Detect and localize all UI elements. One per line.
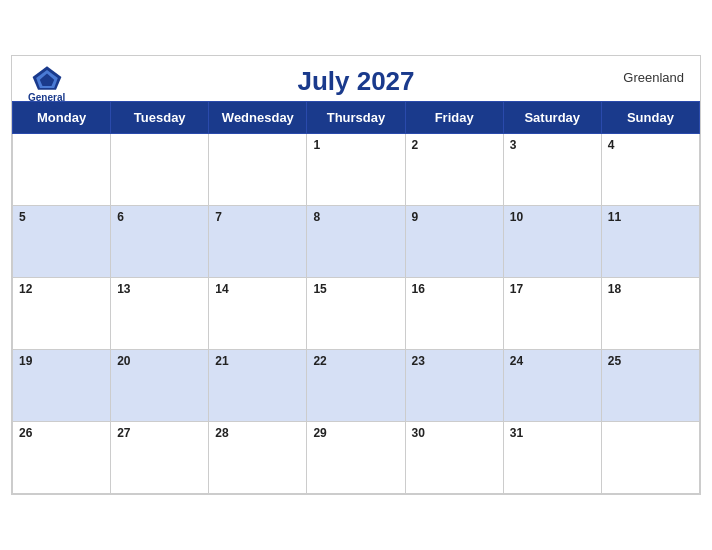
- week-row-3: 12 13 14 15 16 17 18: [13, 278, 700, 350]
- week-row-5: 26 27 28 29 30 31: [13, 422, 700, 494]
- week-row-4: 19 20 21 22 23 24 25: [13, 350, 700, 422]
- day-cell-25: 25: [601, 350, 699, 422]
- weekday-header-row: Monday Tuesday Wednesday Thursday Friday…: [13, 102, 700, 134]
- day-cell-7: 7: [209, 206, 307, 278]
- day-cell-27: 27: [111, 422, 209, 494]
- day-cell-17: 17: [503, 278, 601, 350]
- header-saturday: Saturday: [503, 102, 601, 134]
- day-cell-20: 20: [111, 350, 209, 422]
- day-cell-22: 22: [307, 350, 405, 422]
- logo: General Blue: [28, 64, 65, 114]
- calendar-container: General Blue July 2027 Greenland Monday …: [11, 55, 701, 495]
- day-cell-21: 21: [209, 350, 307, 422]
- day-cell-2: 2: [405, 134, 503, 206]
- calendar-title: July 2027: [28, 66, 684, 97]
- day-cell-10: 10: [503, 206, 601, 278]
- day-cell-5: 5: [13, 206, 111, 278]
- day-cell-empty-end: [601, 422, 699, 494]
- day-cell-1: 1: [307, 134, 405, 206]
- day-cell-18: 18: [601, 278, 699, 350]
- day-cell-empty: [111, 134, 209, 206]
- day-cell-6: 6: [111, 206, 209, 278]
- day-cell-24: 24: [503, 350, 601, 422]
- day-cell-19: 19: [13, 350, 111, 422]
- day-cell-12: 12: [13, 278, 111, 350]
- day-cell-13: 13: [111, 278, 209, 350]
- week-row-1: 1 2 3 4: [13, 134, 700, 206]
- logo-blue: Blue: [36, 103, 58, 114]
- day-cell-15: 15: [307, 278, 405, 350]
- week-row-2: 5 6 7 8 9 10 11: [13, 206, 700, 278]
- day-cell-26: 26: [13, 422, 111, 494]
- header-sunday: Sunday: [601, 102, 699, 134]
- day-cell-11: 11: [601, 206, 699, 278]
- region-label: Greenland: [623, 70, 684, 85]
- calendar-table: Monday Tuesday Wednesday Thursday Friday…: [12, 101, 700, 494]
- calendar-header: General Blue July 2027 Greenland: [12, 56, 700, 101]
- day-cell-empty: [13, 134, 111, 206]
- header-thursday: Thursday: [307, 102, 405, 134]
- header-tuesday: Tuesday: [111, 102, 209, 134]
- day-cell-3: 3: [503, 134, 601, 206]
- day-cell-14: 14: [209, 278, 307, 350]
- day-cell-4: 4: [601, 134, 699, 206]
- day-cell-29: 29: [307, 422, 405, 494]
- day-cell-9: 9: [405, 206, 503, 278]
- day-cell-16: 16: [405, 278, 503, 350]
- logo-general: General: [28, 92, 65, 103]
- day-cell-28: 28: [209, 422, 307, 494]
- header-wednesday: Wednesday: [209, 102, 307, 134]
- header-friday: Friday: [405, 102, 503, 134]
- day-cell-8: 8: [307, 206, 405, 278]
- day-cell-31: 31: [503, 422, 601, 494]
- day-cell-30: 30: [405, 422, 503, 494]
- day-cell-23: 23: [405, 350, 503, 422]
- day-cell-empty: [209, 134, 307, 206]
